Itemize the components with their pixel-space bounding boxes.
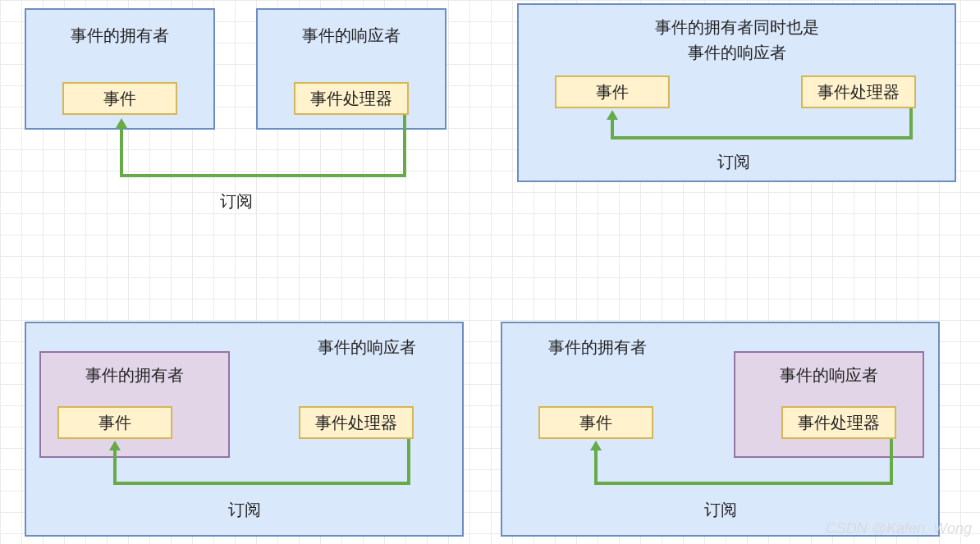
owner-label: 事件的拥有者 — [71, 25, 169, 47]
handler-label: 事件处理器 — [315, 412, 397, 434]
arrow-d-head — [590, 441, 602, 450]
panel-d-inner-label: 事件的响应者 — [780, 364, 878, 386]
panel-c-inner-box: 事件的拥有者 — [39, 351, 230, 458]
arrow-d-seg1 — [890, 439, 893, 485]
arrow-c-seg2 — [113, 482, 410, 485]
panel-c-handler-box: 事件处理器 — [299, 406, 414, 439]
arrow-a-head — [116, 118, 127, 128]
handler-label: 事件处理器 — [798, 412, 880, 434]
panel-b-title-line2: 事件的响应者 — [688, 42, 786, 64]
watermark: CSDN @Kafen_Wong — [826, 520, 972, 537]
arrow-b-seg1 — [909, 108, 913, 139]
panel-b-title-line1: 事件的拥有者同时也是 — [655, 16, 819, 39]
arrow-c-head — [109, 441, 121, 450]
panel-c-event-box: 事件 — [57, 406, 172, 439]
event-label: 事件 — [103, 88, 136, 110]
arrow-d-seg2 — [594, 482, 893, 485]
panel-b-link-label: 订阅 — [717, 151, 750, 173]
panel-c-link-label: 订阅 — [228, 499, 261, 521]
responder-label: 事件的响应者 — [302, 25, 401, 47]
arrow-b-head — [607, 110, 618, 120]
panel-a-handler-box: 事件处理器 — [294, 82, 409, 115]
panel-d-outer-label: 事件的拥有者 — [548, 336, 647, 359]
arrow-d-seg3 — [594, 450, 598, 485]
event-label: 事件 — [596, 81, 629, 103]
arrow-c-seg3 — [113, 450, 117, 485]
arrow-a-seg1 — [403, 115, 406, 177]
panel-b-handler-box: 事件处理器 — [801, 75, 916, 108]
event-label: 事件 — [98, 412, 131, 434]
panel-d-inner-box: 事件的响应者 — [734, 351, 924, 458]
panel-a-event-box: 事件 — [62, 82, 177, 115]
arrow-c-seg1 — [407, 439, 410, 485]
arrow-a-seg2 — [120, 174, 406, 177]
arrow-b-seg3 — [611, 120, 614, 139]
handler-label: 事件处理器 — [817, 81, 900, 103]
panel-a-link-label: 订阅 — [220, 190, 253, 213]
arrow-a-seg3 — [120, 128, 123, 177]
panel-d-handler-box: 事件处理器 — [781, 406, 896, 439]
panel-b-event-box: 事件 — [555, 75, 670, 108]
arrow-b-seg2 — [611, 136, 913, 139]
panel-c-inner-label: 事件的拥有者 — [85, 364, 184, 386]
panel-d-link-label: 订阅 — [704, 499, 737, 521]
panel-d-event-box: 事件 — [538, 406, 653, 439]
handler-label: 事件处理器 — [310, 88, 392, 110]
panel-c-outer-label: 事件的响应者 — [318, 336, 416, 359]
event-label: 事件 — [579, 412, 612, 434]
